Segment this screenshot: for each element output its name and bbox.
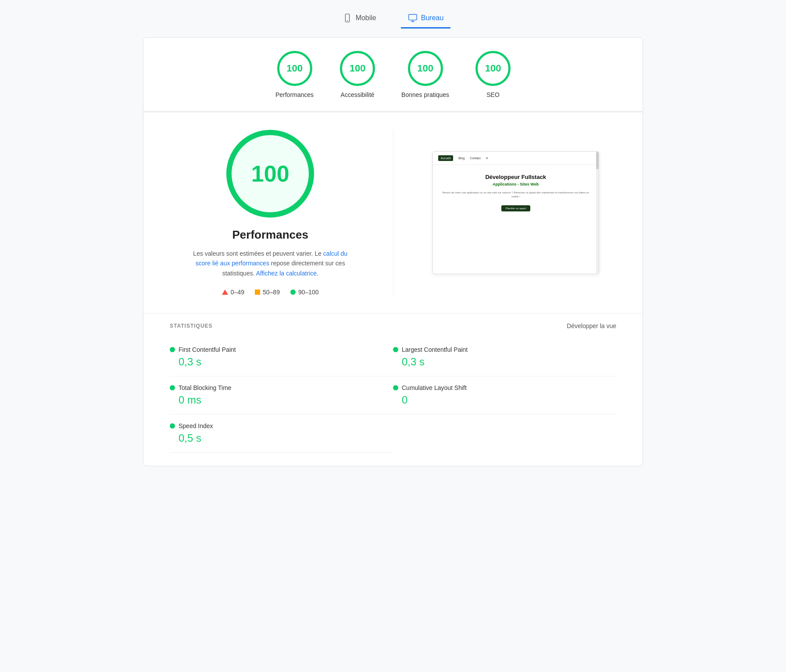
stat-cls-header: Cumulative Layout Shift xyxy=(393,384,616,391)
legend-range-green: 90–100 xyxy=(298,289,319,296)
legend-item-green: 90–100 xyxy=(290,289,319,296)
score-label-accessibilite: Accessibilité xyxy=(341,91,375,98)
stat-si: Speed Index 0,5 s xyxy=(170,415,393,453)
vertical-divider xyxy=(393,130,393,296)
legend-item-red: 0–49 xyxy=(222,289,244,296)
tab-bureau-label: Bureau xyxy=(421,14,444,22)
detail-left: 100 Performances Les valeurs sont estimé… xyxy=(170,130,371,296)
stat-fcp-header: First Contentful Paint xyxy=(170,346,393,353)
score-card-seo: 100 SEO xyxy=(475,51,511,98)
stat-tbt-header: Total Blocking Time xyxy=(170,384,393,391)
preview-frame: Accueil Blog Contact ☀ Développeur Fulls… xyxy=(432,151,599,274)
svg-rect-2 xyxy=(409,14,417,20)
desktop-icon xyxy=(408,13,418,23)
stat-dot-lcp xyxy=(393,347,398,352)
stat-value-tbt: 0 ms xyxy=(170,394,393,406)
preview-nav-accueil: Accueil xyxy=(438,155,454,161)
detail-right: Accueil Blog Contact ☀ Développeur Fulls… xyxy=(415,130,617,296)
preview-nav: Accueil Blog Contact ☀ xyxy=(433,152,599,165)
triangle-icon xyxy=(222,290,228,295)
stat-lcp: Largest Contentful Paint 0,3 s xyxy=(393,338,616,376)
score-card-performances: 100 Performances xyxy=(275,51,314,98)
tab-bureau[interactable]: Bureau xyxy=(401,9,451,29)
score-label-seo: SEO xyxy=(486,91,500,98)
calculator-link[interactable]: Affichez la calculatrice xyxy=(256,270,317,277)
stat-dot-fcp xyxy=(170,347,175,352)
stat-value-lcp: 0,3 s xyxy=(393,356,616,368)
stat-lcp-header: Largest Contentful Paint xyxy=(393,346,616,353)
preview-site-description: Besoin de créer une application ou un si… xyxy=(440,191,592,199)
preview-nav-contact: Contact xyxy=(470,157,480,160)
preview-site-title: Développeur Fullstack xyxy=(440,174,592,180)
legend: 0–49 50–89 90–100 xyxy=(222,289,319,296)
preview-nav-icon: ☀ xyxy=(486,157,488,160)
legend-range-red: 0–49 xyxy=(231,289,244,296)
mobile-icon xyxy=(343,13,352,23)
score-circle-seo: 100 xyxy=(475,51,511,86)
stat-dot-si xyxy=(170,423,175,429)
circle-icon xyxy=(290,290,296,295)
stat-name-cls: Cumulative Layout Shift xyxy=(402,384,467,391)
preview-cta-button: Planifier un appel xyxy=(501,205,530,211)
stat-name-lcp: Largest Contentful Paint xyxy=(402,346,468,353)
tab-mobile[interactable]: Mobile xyxy=(336,9,383,29)
detail-content: 100 Performances Les valeurs sont estimé… xyxy=(170,130,616,296)
preview-scrollbar xyxy=(596,152,599,274)
score-card-bonnes-pratiques: 100 Bonnes pratiques xyxy=(401,51,449,98)
preview-site-subtitle: Applications - Sites Web xyxy=(440,182,592,186)
expand-button[interactable]: Développer la vue xyxy=(567,322,616,329)
stat-si-header: Speed Index xyxy=(170,422,393,429)
tabs-container: Mobile Bureau xyxy=(143,9,643,29)
stat-value-cls: 0 xyxy=(393,394,616,406)
stats-title: STATISTIQUES xyxy=(170,323,213,329)
preview-body: Développeur Fullstack Applications - Sit… xyxy=(433,165,599,220)
stat-name-tbt: Total Blocking Time xyxy=(179,384,232,391)
stats-grid: First Contentful Paint 0,3 s Largest Con… xyxy=(170,338,616,453)
stat-dot-tbt xyxy=(170,385,175,390)
score-label-performances: Performances xyxy=(275,91,314,98)
score-circle-bonnes-pratiques: 100 xyxy=(408,51,443,86)
stat-cls: Cumulative Layout Shift 0 xyxy=(393,376,616,415)
stat-value-fcp: 0,3 s xyxy=(170,356,393,368)
detail-panel: 100 Performances Les valeurs sont estimé… xyxy=(143,112,643,466)
stat-dot-cls xyxy=(393,385,398,390)
scores-panel: 100 Performances 100 Accessibilité 100 B… xyxy=(143,37,643,112)
big-score-title: Performances xyxy=(232,228,308,242)
stat-tbt: Total Blocking Time 0 ms xyxy=(170,376,393,415)
stat-name-si: Speed Index xyxy=(179,422,213,429)
legend-item-orange: 50–89 xyxy=(255,289,280,296)
square-icon xyxy=(255,290,260,295)
scrollbar-thumb xyxy=(596,152,599,169)
tab-mobile-label: Mobile xyxy=(356,14,376,22)
preview-nav-blog: Blog xyxy=(458,157,464,160)
detail-description: Les valeurs sont estimées et peuvent var… xyxy=(187,249,354,278)
big-score-circle: 100 xyxy=(226,130,314,218)
stats-header: STATISTIQUES Développer la vue xyxy=(170,314,616,329)
stat-fcp: First Contentful Paint 0,3 s xyxy=(170,338,393,376)
score-label-bonnes-pratiques: Bonnes pratiques xyxy=(401,91,449,98)
score-circle-accessibilite: 100 xyxy=(340,51,375,86)
stat-name-fcp: First Contentful Paint xyxy=(179,346,236,353)
stat-value-si: 0,5 s xyxy=(170,432,393,444)
score-circle-performances: 100 xyxy=(277,51,312,86)
legend-range-orange: 50–89 xyxy=(263,289,280,296)
score-card-accessibilite: 100 Accessibilité xyxy=(340,51,375,98)
